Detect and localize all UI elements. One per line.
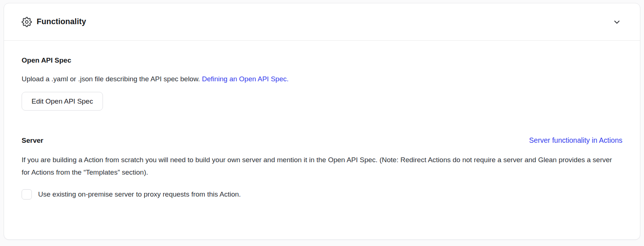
on-premise-checkbox-label: Use existing on-premise server to proxy … <box>38 188 241 201</box>
open-api-spec-description-text: Upload a .yaml or .json file describing … <box>22 75 200 83</box>
collapse-panel-button[interactable] <box>611 16 622 27</box>
functionality-panel: Functionality Open API Spec Upload a .ya… <box>4 3 640 240</box>
panel-body: Open API Spec Upload a .yaml or .json fi… <box>4 41 640 201</box>
server-heading: Server <box>22 136 43 145</box>
gear-icon <box>22 17 32 27</box>
open-api-spec-section: Open API Spec Upload a .yaml or .json fi… <box>22 56 622 111</box>
server-section: Server Server functionality in Actions I… <box>22 136 622 201</box>
chevron-down-icon <box>612 18 621 26</box>
on-premise-checkbox[interactable] <box>22 189 32 200</box>
panel-header-left: Functionality <box>22 17 611 27</box>
panel-header: Functionality <box>4 3 640 41</box>
open-api-spec-heading: Open API Spec <box>22 56 622 65</box>
defining-open-api-spec-link[interactable]: Defining an Open API Spec. <box>202 75 289 83</box>
panel-title: Functionality <box>37 17 86 26</box>
on-premise-checkbox-row: Use existing on-premise server to proxy … <box>22 188 622 201</box>
edit-open-api-spec-button[interactable]: Edit Open API Spec <box>22 92 103 111</box>
server-section-header-row: Server Server functionality in Actions <box>22 136 622 145</box>
open-api-spec-description: Upload a .yaml or .json file describing … <box>22 73 622 85</box>
server-description: If you are building a Action from scratc… <box>22 154 620 179</box>
server-functionality-link[interactable]: Server functionality in Actions <box>529 136 622 145</box>
